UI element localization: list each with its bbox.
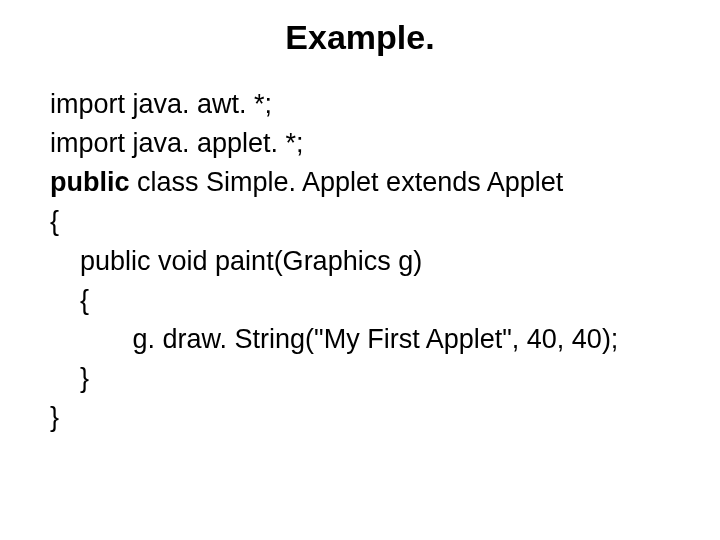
slide-title: Example. xyxy=(50,18,670,57)
code-line-6: { xyxy=(50,285,89,315)
code-line-2: import java. applet. *; xyxy=(50,128,304,158)
code-line-7: g. draw. String("My First Applet", 40, 4… xyxy=(50,324,618,354)
code-line-4: { xyxy=(50,206,59,236)
slide: Example. import java. awt. *; import jav… xyxy=(0,0,720,540)
code-line-9: } xyxy=(50,402,59,432)
code-line-5: public void paint(Graphics g) xyxy=(50,246,422,276)
code-line-1: import java. awt. *; xyxy=(50,89,272,119)
code-block: import java. awt. *; import java. applet… xyxy=(50,85,670,437)
keyword-public: public xyxy=(50,167,130,197)
code-line-8: } xyxy=(50,363,89,393)
code-line-3-rest: class Simple. Applet extends Applet xyxy=(130,167,564,197)
